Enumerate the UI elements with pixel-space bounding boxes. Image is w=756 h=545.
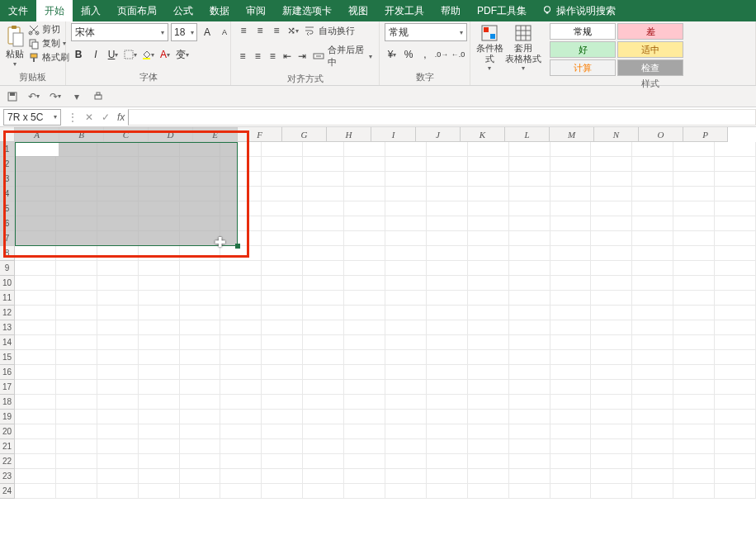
cell[interactable] [632,172,673,187]
cell[interactable] [385,380,427,395]
cell[interactable] [262,142,303,157]
cell[interactable] [97,380,139,395]
cell[interactable] [715,231,756,246]
cell[interactable] [468,320,509,335]
cell[interactable] [715,454,756,469]
cell[interactable] [591,172,632,187]
cell[interactable] [97,410,139,424]
cell[interactable] [56,424,97,439]
cell[interactable] [97,261,139,276]
cell[interactable] [632,365,673,380]
cell[interactable] [385,201,427,216]
row-header[interactable]: 5 [0,201,15,216]
row-header[interactable]: 21 [0,439,15,454]
cell[interactable] [262,187,303,201]
cell[interactable] [427,216,468,231]
cell[interactable] [550,291,592,306]
row-header[interactable]: 15 [0,350,15,365]
cell[interactable] [220,246,262,261]
cell[interactable] [427,231,468,246]
col-header[interactable]: G [282,127,327,142]
cell[interactable] [550,484,592,499]
cell[interactable] [303,261,344,276]
cell[interactable] [303,157,344,172]
formula-input[interactable] [128,109,756,126]
cell[interactable] [56,365,97,380]
cell[interactable] [715,142,756,157]
cancel-formula-button[interactable]: ✕ [81,111,97,123]
col-header[interactable]: C [104,127,149,142]
cell[interactable] [220,395,262,410]
row-header[interactable]: 23 [0,469,15,484]
cell[interactable] [632,157,673,172]
cell[interactable] [385,187,427,201]
cell[interactable] [427,246,468,261]
cell[interactable] [591,439,632,454]
cell[interactable] [468,187,509,201]
cell[interactable] [632,454,673,469]
cell[interactable] [139,469,180,484]
cell[interactable] [139,365,180,380]
cell[interactable] [468,142,509,157]
cell[interactable] [715,395,756,410]
cell[interactable] [715,201,756,216]
cell[interactable] [385,410,427,424]
cell[interactable] [632,216,673,231]
style-cell-2[interactable]: 好 [550,41,616,58]
cell[interactable] [673,246,715,261]
cell[interactable] [97,320,139,335]
cell[interactable] [632,291,673,306]
cell[interactable] [344,306,385,320]
cell[interactable] [673,157,715,172]
cell[interactable] [591,410,632,424]
col-header[interactable]: O [639,127,683,142]
cell[interactable] [468,439,509,454]
cell[interactable] [139,320,180,335]
cell[interactable] [427,439,468,454]
cell[interactable] [56,261,97,276]
cell[interactable] [591,246,632,261]
row-header[interactable]: 6 [0,216,15,231]
cell[interactable] [344,365,385,380]
row-header[interactable]: 17 [0,380,15,395]
cell[interactable] [468,157,509,172]
cell[interactable] [262,157,303,172]
cell[interactable] [673,484,715,499]
row-header[interactable]: 10 [0,276,15,291]
cell[interactable] [715,246,756,261]
cell[interactable] [97,439,139,454]
cell[interactable] [303,291,344,306]
cell[interactable] [550,172,592,187]
cell[interactable] [180,276,221,291]
font-color-button[interactable]: A▾ [158,47,172,62]
col-header[interactable]: N [594,127,639,142]
cell[interactable] [427,306,468,320]
cell[interactable] [427,276,468,291]
underline-button[interactable]: U▾ [106,47,120,62]
cell[interactable] [262,306,303,320]
cell[interactable] [15,424,56,439]
cell[interactable] [303,424,344,439]
cell[interactable] [97,335,139,350]
cell[interactable] [385,454,427,469]
cell[interactable] [220,291,262,306]
col-header[interactable]: J [416,127,461,142]
cell[interactable] [262,410,303,424]
cell[interactable] [591,335,632,350]
cell[interactable] [139,246,180,261]
cell[interactable] [715,261,756,276]
cell[interactable] [550,261,592,276]
style-cell-5[interactable]: 检查 [617,59,683,76]
cell[interactable] [56,395,97,410]
cell[interactable] [56,335,97,350]
cell[interactable] [262,172,303,187]
cell[interactable] [385,246,427,261]
row-header[interactable]: 7 [0,231,15,246]
cell[interactable] [632,484,673,499]
cell[interactable] [262,291,303,306]
cell[interactable] [509,365,550,380]
cell[interactable] [97,246,139,261]
cell[interactable] [427,157,468,172]
align-center-button[interactable]: ≡ [251,49,264,64]
cell[interactable] [673,231,715,246]
